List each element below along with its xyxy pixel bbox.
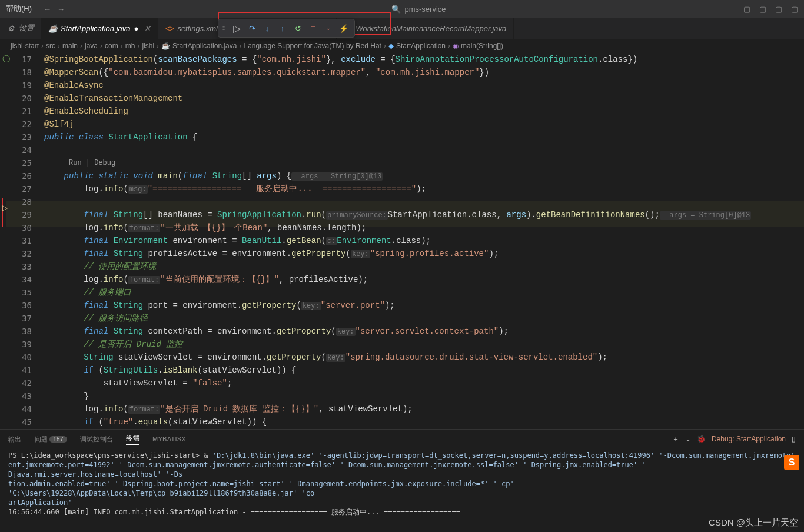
title-bar: 帮助(H) ← → 🔍 pms-service ▢ ▢ ▢ ▢ <box>0 0 804 18</box>
dropdown-icon[interactable]: ⌄ <box>685 435 691 443</box>
tab-debug-console[interactable]: 调试控制台 <box>80 435 114 444</box>
search-icon: 🔍 <box>391 5 401 14</box>
tab-settingsxml[interactable]: <>settings.xml <box>158 18 225 39</box>
watermark: CSDN @头上一片天空 <box>709 517 798 528</box>
java-icon: ☕ <box>161 42 170 50</box>
tab-label: StartApplication.java <box>61 24 131 33</box>
nav-fwd-icon[interactable]: → <box>57 5 65 14</box>
xml-icon: <> <box>165 24 174 32</box>
layout-icon[interactable]: ▢ <box>791 5 798 14</box>
code-area[interactable]: @SpringBootApplication(scanBasePackages … <box>44 53 804 430</box>
menu-help[interactable]: 帮助(H) <box>6 4 32 14</box>
tab-label: 设置 <box>19 23 34 34</box>
crumb[interactable]: mh <box>125 42 135 50</box>
run-gutter-icon[interactable]: ◯ <box>2 54 10 62</box>
method-icon: ◉ <box>453 42 459 50</box>
layout-icon[interactable]: ▢ <box>743 5 750 14</box>
command-center[interactable]: 🔍 pms-service <box>94 5 743 14</box>
dirty-icon: ● <box>134 24 139 33</box>
term-line: artApplication' <box>8 498 796 507</box>
bottom-panel: 输出 问题157 调试控制台 终端 MYBATISX ＋ ⌄ 🐞 Debug: … <box>0 429 804 517</box>
close-icon[interactable]: ✕ <box>144 24 151 33</box>
term-line: tion.admin.enabled=true' '-Dspring.boot.… <box>8 479 796 498</box>
debug-toolbar[interactable]: ⠿ |▷ ↷ ↓ ↑ ↺ □ ⌄ ⚡ <box>218 19 355 38</box>
crumb[interactable]: src <box>46 42 55 50</box>
terminal-output[interactable]: PS E:\idea_workspace\pms-service\jishi-s… <box>0 448 804 519</box>
code-editor[interactable]: ◯ ▷ 171819202122232425262728293031323334… <box>0 53 804 430</box>
tab-label: settings.xml <box>177 24 218 33</box>
term-line: ent.jmxremote.port=41992' '-Dcom.sun.man… <box>8 460 796 479</box>
restart-button[interactable]: ↺ <box>291 21 305 35</box>
step-into-button[interactable]: ↓ <box>260 21 274 35</box>
term-line: 16:56:44.660 [main] INFO com.mh.jishi.St… <box>8 507 796 517</box>
panel-actions: ＋ ⌄ 🐞 Debug: StartApplication ▯ <box>672 434 796 444</box>
class-icon: ◆ <box>388 42 394 50</box>
split-icon[interactable]: ▯ <box>792 435 796 443</box>
sogou-ime-icon[interactable]: S <box>784 455 799 470</box>
tab-terminal[interactable]: 终端 <box>126 434 139 445</box>
grip-icon[interactable]: ⠿ <box>222 25 226 32</box>
new-terminal-button[interactable]: ＋ <box>672 434 679 444</box>
crumb[interactable]: main <box>62 42 78 50</box>
step-over-button[interactable]: ↷ <box>245 21 259 35</box>
tab-workstation[interactable]: ☕WorkstationMaintenanceRecordMapper.java <box>337 18 514 39</box>
continue-button[interactable]: |▷ <box>230 21 244 35</box>
step-out-button[interactable]: ↑ <box>275 21 290 35</box>
java-icon: ☕ <box>49 24 57 32</box>
bug-icon: 🐞 <box>697 435 706 443</box>
crumb[interactable]: java <box>85 42 98 50</box>
nav-arrows: ← → <box>44 5 65 14</box>
crumb[interactable]: jishi <box>142 42 154 50</box>
dropdown-icon[interactable]: ⌄ <box>321 21 335 35</box>
term-line: PS E:\idea_workspace\pms-service\jishi-s… <box>8 451 212 460</box>
crumb[interactable]: StartApplication <box>396 42 446 50</box>
panel-tabs: 输出 问题157 调试控制台 终端 MYBATISX ＋ ⌄ 🐞 Debug: … <box>0 430 804 448</box>
debug-session-label[interactable]: Debug: StartApplication <box>712 435 786 443</box>
editor-tabs: ⚙设置 ☕StartApplication.java●✕ <>settings.… <box>0 18 804 39</box>
tab-output[interactable]: 输出 <box>8 435 22 444</box>
tab-label: WorkstationMaintenanceRecordMapper.java <box>356 24 506 33</box>
crumb[interactable]: jishi-start <box>11 42 39 50</box>
tab-settings[interactable]: ⚙设置 <box>0 18 42 39</box>
crumb[interactable]: main(String[]) <box>461 42 503 50</box>
stop-button[interactable]: □ <box>306 21 320 35</box>
tab-startapplication[interactable]: ☕StartApplication.java●✕ <box>42 18 158 39</box>
crumb[interactable]: StartApplication.java <box>172 42 237 50</box>
tab-problems[interactable]: 问题157 <box>35 435 67 444</box>
project-title: pms-service <box>404 5 446 14</box>
layout-controls: ▢ ▢ ▢ ▢ <box>743 5 798 14</box>
tab-mybatisx[interactable]: MYBATISX <box>152 435 186 443</box>
gear-icon: ⚙ <box>7 24 15 32</box>
hot-reload-button[interactable]: ⚡ <box>337 21 351 35</box>
breadcrumb[interactable]: jishi-start› src› main› java› com› mh› j… <box>0 39 804 53</box>
breakpoint-icon[interactable]: ▷ <box>2 204 8 212</box>
tab-label: 问题 <box>35 435 48 443</box>
problems-count: 157 <box>49 436 67 443</box>
crumb[interactable]: com <box>105 42 118 50</box>
layout-icon[interactable]: ▢ <box>759 5 766 14</box>
nav-back-icon[interactable]: ← <box>44 5 51 14</box>
layout-icon[interactable]: ▢ <box>775 5 782 14</box>
term-line: 'D:\jdk1.8\bin\java.exe' '-agentlib:jdwp… <box>212 451 795 460</box>
line-numbers: 1718192021222324252627282930313233343536… <box>13 53 40 428</box>
crumb[interactable]: Language Support for Java(TM) by Red Hat <box>244 42 381 50</box>
